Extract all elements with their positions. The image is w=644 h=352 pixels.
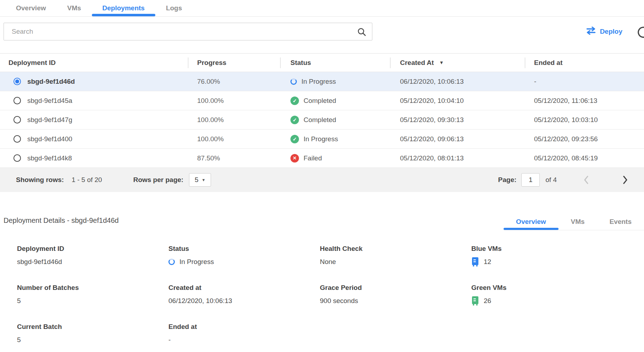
column-header-deployment-id[interactable]: Deployment ID: [0, 54, 188, 72]
rows-per-page-value: 5: [195, 176, 199, 184]
field-label: Grace Period: [320, 284, 471, 292]
tab-overview[interactable]: Overview: [5, 0, 57, 16]
created-at-cell: 05/12/2020, 09:30:13: [390, 116, 525, 124]
tab-vms[interactable]: VMs: [57, 0, 92, 16]
showing-rows-value: 1 - 5 of 20: [72, 176, 102, 184]
field-value: 26: [484, 297, 491, 305]
status-cell: In Progress: [304, 135, 338, 143]
failed-cross-icon: [290, 154, 299, 163]
progress-cell: 100.00%: [188, 97, 280, 105]
rows-per-page-label: Rows per page:: [133, 176, 183, 184]
field-created-at: Created at 06/12/2020, 10:06:13: [168, 284, 320, 306]
progress-cell: 100.00%: [188, 116, 280, 124]
row-radio[interactable]: [13, 116, 21, 123]
details-fields-grid: Deployment ID sbgd-9ef1d46d Status In Pr…: [17, 244, 644, 345]
details-tab-bar: Overview VMs Events: [504, 213, 644, 230]
column-header-status[interactable]: Status: [280, 54, 390, 72]
green-vm-icon: [471, 296, 479, 306]
field-value: 900 seconds: [320, 297, 358, 305]
field-grace-period: Grace Period 900 seconds: [320, 284, 471, 306]
in-progress-spinner-icon: [290, 78, 297, 85]
row-radio[interactable]: [13, 97, 21, 104]
ended-at-cell: 05/12/2020, 09:23:56: [525, 135, 644, 143]
field-value: 5: [17, 297, 21, 305]
field-label: Deployment ID: [17, 244, 168, 253]
deployment-id-cell: sbgd-9ef1d46d: [27, 78, 75, 86]
showing-rows-label: Showing rows:: [16, 176, 64, 184]
previous-page-icon[interactable]: [582, 175, 590, 185]
row-radio[interactable]: [13, 135, 21, 143]
row-radio[interactable]: [13, 154, 21, 162]
created-at-cell: 05/12/2020, 10:04:10: [390, 97, 525, 105]
column-header-created-at[interactable]: Created At ▼: [390, 54, 525, 72]
chevron-down-icon: ▼: [202, 178, 206, 182]
pager: Page: of 4: [498, 173, 629, 187]
column-header-ended-at[interactable]: Ended at: [525, 54, 644, 72]
ended-at-cell: 05/12/2020, 08:45:19: [525, 154, 644, 162]
field-label: Ended at: [168, 323, 320, 331]
ended-at-cell: 05/12/2020, 11:06:13: [525, 97, 644, 105]
created-at-cell: 05/12/2020, 08:01:13: [390, 154, 525, 162]
progress-cell: 87.50%: [188, 154, 280, 162]
search-box: [4, 23, 372, 40]
sort-descending-icon: ▼: [439, 60, 444, 65]
rows-per-page-select[interactable]: 5 ▼: [189, 173, 211, 187]
completed-check-icon: [290, 97, 299, 105]
deployment-id-cell: sbgd-9ef1d47g: [27, 116, 72, 124]
page-total: of 4: [545, 176, 557, 184]
field-status: Status In Progress: [168, 244, 320, 266]
deployment-id-cell: sbgd-9ef1d4k8: [27, 154, 72, 162]
column-header-progress[interactable]: Progress: [188, 54, 280, 72]
page-number-input[interactable]: [521, 173, 540, 187]
field-value: In Progress: [179, 258, 214, 266]
deploy-button[interactable]: Deploy: [586, 27, 622, 37]
field-value: sbgd-9ef1d46d: [17, 258, 62, 266]
field-value: 12: [484, 258, 491, 266]
search-icon[interactable]: [357, 27, 366, 38]
refresh-icon[interactable]: [637, 26, 644, 39]
progress-cell: 100.00%: [188, 135, 280, 143]
status-cell: In Progress: [301, 78, 336, 86]
table-body: sbgd-9ef1d46d 76.00% In Progress 06/12/2…: [0, 72, 644, 168]
ended-at-cell: 05/12/2020, 10:03:10: [525, 116, 644, 124]
field-label: Health Check: [320, 244, 471, 253]
tab-logs[interactable]: Logs: [155, 0, 193, 16]
page-label: Page:: [498, 176, 517, 184]
deployments-table: Deployment ID Progress Status Created At…: [0, 53, 644, 192]
field-label: Current Batch: [17, 323, 168, 331]
field-health-check: Health Check None: [320, 244, 471, 266]
field-deployment-id: Deployment ID sbgd-9ef1d46d: [17, 244, 168, 266]
top-tab-bar: Overview VMs Deployments Logs: [0, 0, 644, 17]
next-page-icon[interactable]: [621, 175, 629, 185]
field-label: Status: [168, 244, 320, 253]
progress-cell: 76.00%: [188, 78, 280, 86]
field-label: Number of Batches: [17, 284, 168, 292]
table-row[interactable]: sbgd-9ef1d45a 100.00% Completed 05/12/20…: [0, 91, 644, 110]
table-header-row: Deployment ID Progress Status Created At…: [0, 53, 644, 72]
deploy-button-label: Deploy: [600, 28, 622, 35]
table-row[interactable]: sbgd-9ef1d46d 76.00% In Progress 06/12/2…: [0, 72, 644, 91]
deployment-id-cell: sbgd-9ef1d45a: [27, 97, 72, 105]
row-radio[interactable]: [13, 78, 21, 85]
details-tab-events[interactable]: Events: [597, 213, 644, 230]
table-row[interactable]: sbgd-9ef1d400 100.00% In Progress 05/12/…: [0, 130, 644, 149]
deployment-details-section: Deployment Details - sbgd-9ef1d46d Overv…: [0, 213, 644, 345]
field-value: None: [320, 258, 336, 266]
details-tab-vms[interactable]: VMs: [559, 213, 597, 230]
status-cell: Completed: [304, 97, 336, 105]
status-cell: Completed: [304, 116, 336, 124]
table-row[interactable]: sbgd-9ef1d47g 100.00% Completed 05/12/20…: [0, 110, 644, 130]
details-tab-overview[interactable]: Overview: [504, 213, 559, 230]
ended-at-cell: -: [525, 78, 644, 86]
tab-deployments[interactable]: Deployments: [92, 0, 155, 16]
status-cell: Failed: [304, 154, 322, 162]
field-green-vms: Green VMs 26: [471, 284, 623, 306]
created-at-cell: 05/12/2020, 09:06:13: [390, 135, 525, 143]
in-progress-spinner-icon: [168, 259, 175, 265]
deployment-details-title: Deployment Details - sbgd-9ef1d46d: [4, 216, 119, 230]
swap-arrows-icon: [586, 27, 596, 37]
field-ended-at: Ended at -: [168, 323, 320, 345]
search-input[interactable]: [4, 23, 372, 40]
table-row[interactable]: sbgd-9ef1d4k8 87.50% Failed 05/12/2020, …: [0, 149, 644, 168]
field-label: Blue VMs: [471, 244, 623, 253]
